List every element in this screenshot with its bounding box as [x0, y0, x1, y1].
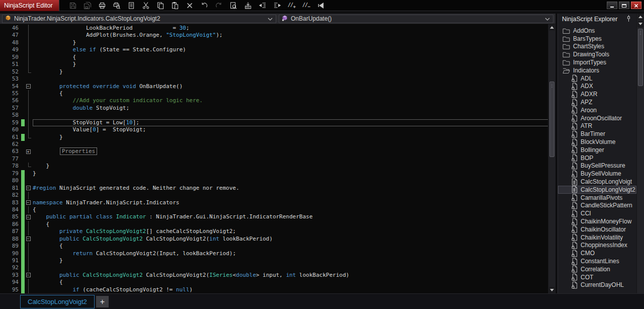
- find-button[interactable]: [228, 1, 239, 11]
- code-text[interactable]: StopVoigt = Low[10];: [33, 119, 555, 126]
- explorer-file-calcstoplongvoigt[interactable]: CalcStopLongVoigt: [558, 178, 636, 186]
- explorer-file-adx[interactable]: ADX: [558, 83, 636, 91]
- code-text[interactable]: [33, 141, 555, 148]
- explorer-file-aroonoscillator[interactable]: AroonOscillator: [558, 114, 636, 122]
- code-text[interactable]: else if (State == State.Configure): [33, 46, 555, 53]
- delete-button[interactable]: [184, 1, 195, 11]
- explorer-file-chaikinvolatility[interactable]: ChaikinVolatility: [558, 234, 636, 242]
- explorer-file-adxr[interactable]: ADXR: [558, 90, 636, 98]
- close-button[interactable]: [631, 2, 641, 9]
- explorer-scrollbar-thumb[interactable]: [638, 29, 643, 86]
- explorer-file-cot[interactable]: COT: [558, 273, 636, 281]
- code-text[interactable]: }: [33, 257, 555, 264]
- code-text[interactable]: {: [33, 243, 555, 250]
- comment-button[interactable]: //+: [286, 1, 297, 11]
- code-text[interactable]: //Add your custom indicator logic here.: [33, 97, 555, 104]
- outdent-button[interactable]: [257, 1, 268, 11]
- redo-button[interactable]: [213, 1, 224, 11]
- explorer-folder-addons[interactable]: AddOns: [558, 27, 636, 35]
- code-text[interactable]: Value[0] = StopVoigt;: [33, 126, 555, 133]
- explorer-file-buysellpressure[interactable]: BuySellPressure: [558, 162, 636, 170]
- undo-button[interactable]: [199, 1, 210, 11]
- explorer-file-bop[interactable]: BOP: [558, 154, 636, 162]
- explorer-file-atr[interactable]: ATR: [558, 122, 636, 130]
- minimize-button[interactable]: [607, 2, 617, 9]
- indent-button[interactable]: [272, 1, 283, 11]
- save-button[interactable]: [67, 1, 78, 11]
- cut-button[interactable]: [140, 1, 151, 11]
- explorer-file-correlation[interactable]: Correlation: [558, 265, 636, 273]
- code-text[interactable]: #region NinjaScript generated code. Neit…: [33, 185, 555, 192]
- print-preview-button[interactable]: [111, 1, 122, 11]
- uncomment-button[interactable]: //−: [301, 1, 312, 11]
- explorer-file-chaikinoscillator[interactable]: ChaikinOscillator: [558, 225, 636, 234]
- code-text[interactable]: }: [33, 68, 555, 75]
- explorer-file-candlestickpattern[interactable]: CandleStickPattern: [558, 202, 636, 210]
- explorer-file-bartimer[interactable]: BarTimer: [558, 130, 636, 138]
- maximize-button[interactable]: [619, 2, 629, 9]
- explorer-file-choppinessindex[interactable]: ChoppinessIndex: [558, 242, 636, 250]
- explorer-file-constantlines[interactable]: ConstantLines: [558, 257, 636, 265]
- explorer-file-cmo[interactable]: CMO: [558, 249, 636, 257]
- code-text[interactable]: [33, 192, 555, 199]
- pin-icon[interactable]: [626, 15, 631, 23]
- scroll-down-button[interactable]: [549, 287, 555, 293]
- collapse-region-button[interactable]: −: [26, 273, 31, 277]
- print-button[interactable]: [97, 1, 108, 11]
- paste-button[interactable]: [170, 1, 181, 11]
- explorer-folder-barstypes[interactable]: BarsTypes: [558, 35, 636, 43]
- explorer-folder-indicators[interactable]: Indicators: [558, 66, 636, 74]
- code-text[interactable]: namespace NinjaTrader.NinjaScript.Indica…: [33, 199, 555, 206]
- code-text[interactable]: private CalcStopLongVoigt2[] cacheCalcSt…: [33, 228, 555, 235]
- collapse-region-button[interactable]: −: [26, 237, 31, 241]
- explorer-folder-chartstyles[interactable]: ChartStyles: [558, 43, 636, 51]
- code-text[interactable]: {: [33, 221, 555, 228]
- expand-region-button[interactable]: +: [26, 149, 31, 154]
- code-text[interactable]: public CalcStopLongVoigt2 CalcStopLongVo…: [33, 236, 555, 243]
- explorer-file-camarillapivots[interactable]: CamarillaPivots: [558, 194, 636, 202]
- editor-scrollbar-thumb[interactable]: [549, 82, 554, 157]
- code-text[interactable]: [33, 264, 555, 271]
- code-text[interactable]: {: [33, 54, 555, 61]
- method-selector-dropdown[interactable]: OnBarUpdate(): [279, 15, 553, 23]
- new-tab-button[interactable]: +: [96, 296, 109, 307]
- code-text[interactable]: {: [33, 279, 555, 286]
- document-tab[interactable]: CalcStopLongVoigt2: [20, 295, 95, 308]
- compile-button[interactable]: [315, 1, 327, 11]
- explorer-file-bollinger[interactable]: Bollinger: [558, 146, 636, 154]
- collapsed-region-badge[interactable]: Properties: [60, 147, 97, 155]
- code-text[interactable]: }: [33, 163, 555, 170]
- code-text[interactable]: {: [33, 90, 555, 97]
- code-text[interactable]: [33, 156, 555, 163]
- code-text[interactable]: double StopVoigt;: [33, 105, 555, 112]
- explorer-folder-importtypes[interactable]: ImportTypes: [558, 58, 636, 66]
- explorer-file-blockvolume[interactable]: BlockVolume: [558, 138, 636, 146]
- explorer-file-aroon[interactable]: Aroon: [558, 106, 636, 114]
- explorer-file-buysellvolume[interactable]: BuySellVolume: [558, 170, 636, 178]
- code-text[interactable]: protected override void OnBarUpdate(): [33, 83, 555, 90]
- copy-button[interactable]: [155, 1, 166, 11]
- explorer-scroll-down-button[interactable]: [637, 21, 643, 27]
- class-selector-dropdown[interactable]: NinjaTrader.NinjaScript.Indicators.CalcS…: [2, 15, 276, 23]
- code-text[interactable]: if (cacheCalcStopLongVoigt2 != null): [33, 286, 555, 293]
- code-text[interactable]: [33, 177, 555, 184]
- explorer-file-chaikinmoneyflow[interactable]: ChaikinMoneyFlow: [558, 217, 636, 225]
- code-text[interactable]: public partial class Indicator : NinjaTr…: [33, 213, 555, 220]
- code-text[interactable]: }: [33, 170, 555, 177]
- import-button[interactable]: [243, 1, 254, 11]
- explorer-folder-drawingtools[interactable]: DrawingTools: [558, 50, 636, 58]
- collapse-region-button[interactable]: −: [26, 215, 31, 219]
- code-text[interactable]: [33, 75, 555, 83]
- code-text[interactable]: public CalcStopLongVoigt2 CalcStopLongVo…: [33, 272, 555, 279]
- select-all-button[interactable]: [126, 1, 137, 11]
- scroll-up-button[interactable]: [549, 24, 555, 31]
- collapse-region-button[interactable]: −: [26, 84, 31, 89]
- explorer-file-adl[interactable]: ADL: [558, 74, 636, 83]
- save-all-button[interactable]: [82, 1, 93, 11]
- code-text[interactable]: {: [33, 206, 555, 213]
- collapse-region-button[interactable]: −: [26, 186, 31, 190]
- explorer-file-calcstoplongvoigt2[interactable]: CalcStopLongVoigt2: [558, 186, 636, 194]
- code-text[interactable]: LookBackPeriod = 30;: [33, 25, 555, 32]
- collapse-region-button[interactable]: −: [26, 200, 31, 205]
- explorer-file-cci[interactable]: CCI: [558, 209, 636, 217]
